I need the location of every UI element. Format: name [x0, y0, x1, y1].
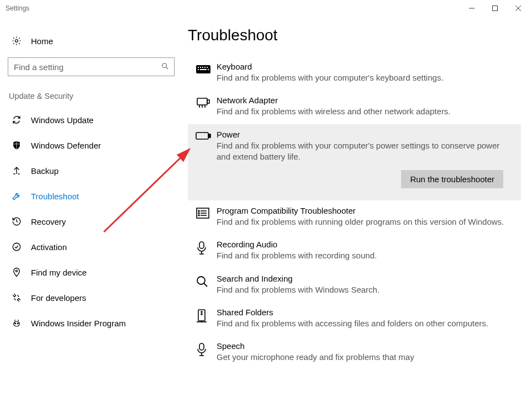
maximize-button[interactable]	[483, 1, 507, 16]
svg-point-4	[15, 40, 18, 43]
item-title: Network Adapter	[217, 96, 513, 105]
item-title: Speech	[217, 341, 513, 351]
svg-rect-50	[199, 343, 204, 350]
sidebar-item-label: Find my device	[31, 268, 87, 277]
history-icon	[11, 216, 22, 226]
minimize-icon	[469, 6, 475, 11]
svg-point-46	[201, 311, 202, 313]
svg-rect-26	[197, 98, 207, 105]
item-title: Power	[217, 130, 513, 139]
item-title: Recording Audio	[217, 240, 513, 249]
svg-line-16	[18, 320, 19, 321]
svg-rect-23	[198, 69, 199, 70]
troubleshoot-item-power[interactable]: Power Find and fix problems with your co…	[188, 124, 521, 201]
sidebar-item-label: Windows Defender	[31, 141, 101, 150]
svg-point-10	[13, 243, 20, 251]
item-desc: Find and fix problems with your computer…	[217, 140, 513, 163]
svg-point-36	[198, 213, 199, 214]
svg-point-47	[201, 314, 202, 315]
close-icon	[515, 6, 521, 11]
backup-icon	[11, 166, 22, 176]
item-desc: Find and fix problems with your computer…	[217, 72, 513, 83]
sidebar-item-troubleshoot[interactable]: Troubleshoot	[8, 183, 175, 209]
sidebar-item-label: Backup	[31, 166, 59, 176]
sidebar: Home Update & Security Windows Update Wi…	[0, 17, 182, 397]
svg-rect-1	[493, 6, 498, 11]
sidebar-item-backup[interactable]: Backup	[8, 158, 175, 183]
svg-rect-24	[200, 69, 207, 70]
window-title: Settings	[6, 4, 29, 12]
close-button[interactable]	[507, 1, 530, 16]
troubleshoot-item-speech[interactable]: Speech Get your microphone ready and fix…	[188, 336, 521, 369]
svg-point-38	[198, 215, 199, 216]
sidebar-item-recovery[interactable]: Recovery	[8, 209, 175, 234]
item-desc: Find and fix problems with accessing fil…	[217, 318, 513, 329]
item-title: Program Compatibility Troubleshooter	[217, 206, 513, 215]
shield-icon	[11, 140, 22, 150]
magnifier-icon	[196, 274, 217, 290]
check-circle-icon	[11, 242, 22, 252]
svg-point-13	[15, 323, 16, 324]
svg-point-14	[17, 323, 18, 324]
troubleshoot-item-recording-audio[interactable]: Recording Audio Find and fix problems wi…	[188, 234, 521, 268]
svg-rect-19	[200, 67, 201, 68]
svg-point-11	[15, 270, 17, 272]
troubleshoot-item-search-indexing[interactable]: Search and Indexing Find and fix problem…	[188, 268, 521, 302]
battery-icon	[196, 130, 217, 146]
list-icon	[196, 206, 217, 223]
wrench-icon	[11, 191, 22, 201]
item-desc: Get your microphone ready and fix proble…	[217, 352, 513, 363]
svg-rect-40	[199, 242, 204, 248]
troubleshoot-item-network-adapter[interactable]: Network Adapter Find and fix problems wi…	[188, 90, 521, 124]
maximize-icon	[492, 6, 498, 11]
sidebar-item-windows-defender[interactable]: Windows Defender	[8, 133, 175, 158]
sidebar-item-label: Recovery	[31, 217, 66, 226]
item-desc: Find and fix problems with wireless and …	[217, 106, 513, 117]
home-label: Home	[31, 36, 53, 46]
item-title: Search and Indexing	[217, 274, 513, 283]
item-desc: Find and fix problems with recording sou…	[217, 250, 513, 261]
sidebar-item-label: Windows Insider Program	[31, 319, 126, 328]
svg-rect-20	[202, 67, 203, 68]
svg-rect-30	[207, 100, 209, 103]
sidebar-item-activation[interactable]: Activation	[8, 234, 175, 260]
sidebar-item-for-developers[interactable]: For developers	[8, 285, 175, 310]
svg-point-12	[14, 321, 20, 326]
svg-rect-22	[207, 67, 208, 68]
svg-rect-31	[196, 133, 208, 139]
svg-line-15	[14, 320, 15, 321]
svg-rect-21	[204, 67, 206, 68]
location-icon	[11, 267, 22, 277]
network-adapter-icon	[196, 96, 217, 112]
troubleshoot-item-shared-folders[interactable]: Shared Folders Find and fix problems wit…	[188, 302, 521, 336]
search-box[interactable]	[8, 57, 175, 76]
search-input[interactable]	[14, 62, 161, 72]
home-button[interactable]: Home	[8, 29, 175, 53]
sidebar-item-windows-insider[interactable]: Windows Insider Program	[8, 310, 175, 336]
insider-icon	[11, 318, 22, 328]
gear-icon	[11, 36, 22, 46]
sidebar-item-label: Windows Update	[31, 115, 93, 125]
svg-rect-32	[209, 134, 210, 137]
item-desc: Find and fix problems with Windows Searc…	[217, 284, 513, 295]
run-troubleshooter-button[interactable]: Run the troubleshooter	[401, 170, 503, 188]
keyboard-icon	[196, 62, 217, 78]
content-pane: Troubleshoot Keyboard Find and fix probl…	[182, 17, 532, 397]
sidebar-item-label: Troubleshoot	[31, 192, 79, 201]
sidebar-item-windows-update[interactable]: Windows Update	[8, 107, 175, 133]
svg-line-6	[166, 67, 168, 69]
search-icon	[161, 62, 170, 72]
svg-rect-25	[208, 69, 209, 70]
item-title: Keyboard	[217, 62, 513, 71]
minimize-button[interactable]	[460, 1, 483, 16]
item-title: Shared Folders	[217, 308, 513, 317]
svg-rect-18	[198, 67, 199, 68]
sync-icon	[11, 115, 22, 125]
troubleshoot-item-program-compatibility[interactable]: Program Compatibility Troubleshooter Fin…	[188, 200, 521, 234]
sidebar-item-find-my-device[interactable]: Find my device	[8, 260, 175, 285]
svg-point-5	[162, 63, 167, 67]
troubleshoot-item-keyboard[interactable]: Keyboard Find and fix problems with your…	[188, 56, 521, 90]
svg-point-34	[198, 210, 199, 211]
svg-point-43	[197, 277, 205, 284]
tools-icon	[11, 293, 22, 303]
